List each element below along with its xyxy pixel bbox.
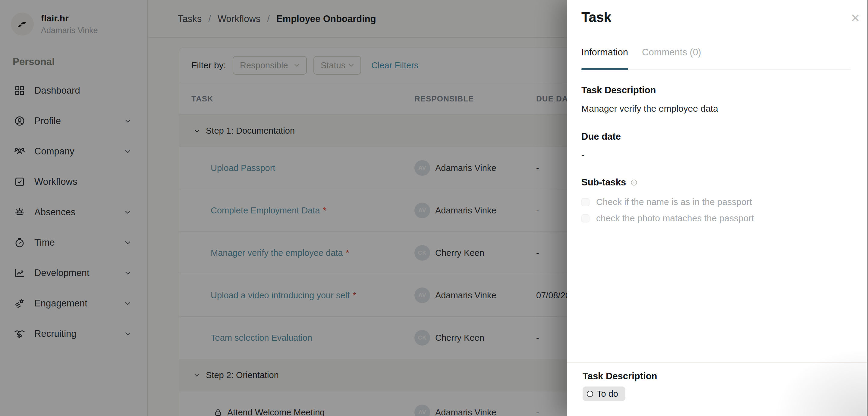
due-date-value: - (581, 150, 584, 160)
tab-information[interactable]: Information (581, 47, 628, 58)
task-detail-drawer: Task ✕ InformationComments (0) Task Desc… (567, 0, 867, 416)
task-description-value: Manager verify the employee data (581, 104, 718, 114)
active-tab-indicator (581, 68, 628, 70)
due-date-heading: Due date (581, 131, 621, 142)
subtask-checkbox[interactable] (581, 198, 590, 206)
info-icon[interactable] (630, 179, 638, 186)
drawer-tabs: InformationComments (0) (581, 47, 701, 58)
close-icon[interactable]: ✕ (849, 11, 862, 25)
subtask-checkbox[interactable] (581, 214, 590, 222)
subtask-item: Check if the name is as in the passport (581, 195, 849, 209)
status-pill[interactable]: To do (583, 386, 625, 401)
drawer-footer-divider (567, 362, 867, 363)
subtask-item: check the photo mataches the passport (581, 211, 849, 226)
status-section-heading: Task Description (583, 371, 657, 382)
subtasks-heading-label: Sub-tasks (581, 177, 626, 188)
subtask-label: Check if the name is as in the passport (596, 197, 752, 207)
drawer-title: Task (581, 9, 611, 25)
task-description-heading: Task Description (581, 85, 656, 96)
radio-icon (587, 391, 593, 397)
tab-comments-0[interactable]: Comments (0) (642, 47, 701, 58)
subtask-label: check the photo mataches the passport (596, 213, 754, 223)
status-pill-label: To do (597, 389, 618, 399)
drawer-corner-shadow (776, 350, 867, 416)
subtasks-heading: Sub-tasks (581, 177, 638, 188)
subtask-list: Check if the name is as in the passport … (581, 195, 849, 226)
tabs-divider (581, 69, 850, 70)
